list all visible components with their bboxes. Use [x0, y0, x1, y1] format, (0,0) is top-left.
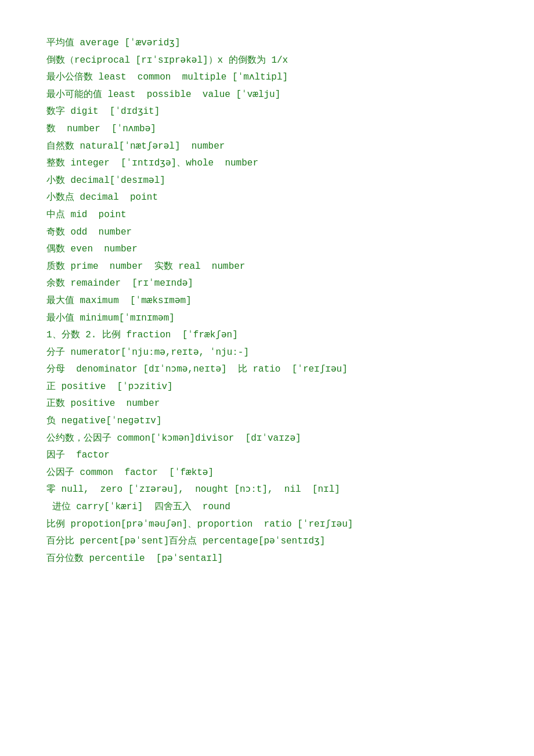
line-item: 小数点 decimal point	[46, 189, 488, 207]
line-item: 比例 propotion[prəˈməuʃən]、proportion rati…	[46, 516, 488, 534]
line-item: 1、分数 2. 比例 fraction [ˈfrækʃən]	[46, 327, 488, 344]
line-item: 最小公倍数 least common multiple [ˈmʌltipl]	[46, 69, 488, 87]
line-item: 余数 remainder [rɪˈmeɪndə]	[46, 275, 488, 293]
line-item: 整数 integer [ˈɪntɪdʒə]、whole number	[46, 155, 488, 172]
line-item: 公因子 common factor [ˈfæktə]	[46, 465, 488, 482]
line-item: 零 null, zero [ˈzɪərəu], nought [nɔːt], n…	[46, 481, 488, 499]
line-item: 正数 positive number	[46, 395, 488, 413]
line-item: 正 positive [ˈpɔzitiv]	[46, 379, 488, 396]
line-item: 质数 prime number 实数 real number	[46, 258, 488, 276]
line-item: 数 number [ˈnʌmbə]	[46, 121, 488, 138]
line-item: 分子 numerator[ˈnjuːmə,reɪtə, ˈnjuː-]	[46, 344, 488, 362]
line-item: 奇数 odd number	[46, 224, 488, 242]
line-item: 因子 factor	[46, 447, 488, 465]
line-item: 公约数，公因子 common[ˈkɔmən]divisor [dɪˈvaɪzə]	[46, 430, 488, 448]
line-item: 最小值 minimum[ˈmɪnɪməm]	[46, 310, 488, 327]
line-item: 小数 decimal[ˈdesɪməl]	[46, 172, 488, 190]
line-item: 平均值 average [ˈævəridʒ]	[46, 35, 488, 52]
line-item: 倒数（reciprocal [rɪˈsɪprəkəl]）x 的倒数为 1/x	[46, 52, 488, 70]
main-content: 平均值 average [ˈævəridʒ]倒数（reciprocal [rɪˈ…	[46, 35, 488, 567]
line-item: 中点 mid point	[46, 207, 488, 224]
line-item: 偶数 even number	[46, 241, 488, 258]
line-item: 分母 denominator [dɪˈnɔmə,neɪtə] 比 ratio […	[46, 361, 488, 379]
line-item: 最大值 maximum [ˈmæksɪməm]	[46, 293, 488, 310]
line-item: 百分位数 percentile [pəˈsentaɪl]	[46, 550, 488, 568]
line-item: 百分比 percent[pəˈsent]百分点 percentage[pəˈse…	[46, 533, 488, 550]
line-item: 自然数 natural[ˈnætʃərəl] number	[46, 138, 488, 156]
line-item: 最小可能的值 least possible value [ˈvælju]	[46, 87, 488, 104]
line-item: 进位 carry[ˈkæri] 四舍五入 round	[46, 499, 488, 516]
line-item: 负 negative[ˈnegətɪv]	[46, 413, 488, 430]
line-item: 数字 digit [ˈdɪdʒit]	[46, 103, 488, 121]
